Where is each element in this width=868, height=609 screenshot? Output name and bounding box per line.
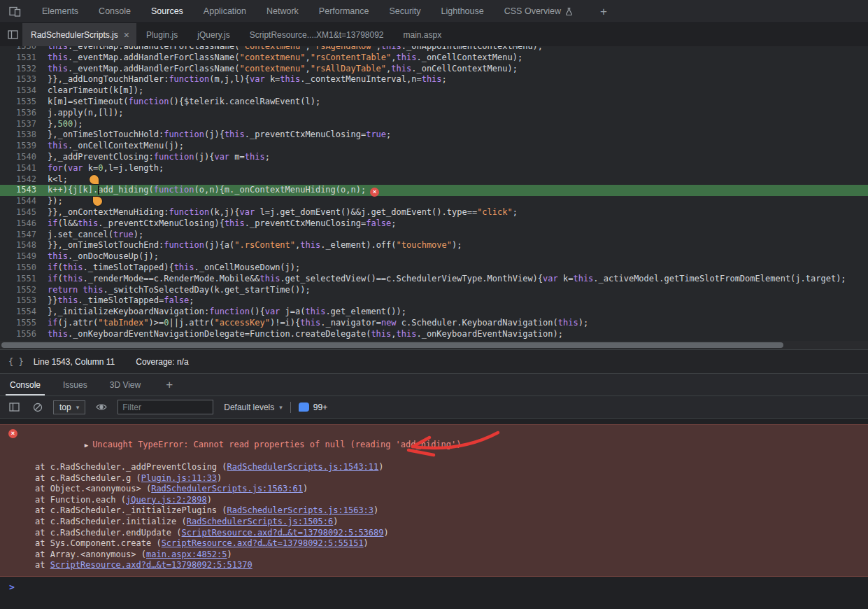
code-line-1551[interactable]: 1551if(this._renderMode==c.RenderMode.Mo… [0, 274, 868, 285]
toggle-device-toolbar-icon[interactable] [4, 2, 25, 20]
line-number[interactable]: 1549 [0, 251, 36, 262]
source-link[interactable]: jQuery.js:2:2898 [126, 495, 207, 505]
code-line-1539[interactable]: 1539this._onCellContextMenu(j); [0, 141, 868, 152]
horizontal-scrollbar[interactable] [0, 341, 868, 349]
context-selector[interactable]: top ▾ [53, 400, 85, 414]
line-number[interactable]: 1534 [0, 85, 36, 97]
line-number[interactable]: 1554 [0, 307, 36, 318]
code-line-1533[interactable]: 1533}},_addLongTouchHandler:function(m,j… [0, 74, 868, 85]
code-line-1544[interactable]: 1544}); [0, 196, 868, 207]
log-levels-dropdown[interactable]: Default levels ▾ [224, 402, 283, 412]
code-line-1556[interactable]: 1556this._onKeyboardEventNavigationDeleg… [0, 329, 868, 340]
drawer-tab-3d-view[interactable]: 3D View [101, 374, 149, 396]
line-number[interactable]: 1555 [0, 318, 36, 329]
line-number[interactable]: 1543 [0, 185, 36, 196]
line-number[interactable]: 1552 [0, 285, 36, 296]
line-number[interactable]: 1546 [0, 218, 36, 230]
drawer-tab-issues[interactable]: Issues [55, 374, 96, 396]
drawer-tab-console[interactable]: Console [1, 374, 49, 396]
file-tab-plugin-js[interactable]: Plugin.js [136, 23, 187, 46]
source-link[interactable]: Plugin.js:11:33 [141, 473, 217, 483]
line-number[interactable]: 1532 [0, 64, 36, 75]
source-link[interactable]: ScriptResource.axd?d…&t=13798092:5:51370 [50, 560, 252, 570]
line-number[interactable]: 1541 [0, 163, 36, 174]
code-line-1541[interactable]: 1541for(var k=0,l=j.length; [0, 163, 868, 174]
issues-counter[interactable]: 99+ [299, 402, 327, 412]
expand-triangle-icon[interactable]: ▶ [85, 440, 88, 451]
file-tab-jquery-js[interactable]: jQuery.js [187, 23, 239, 46]
line-number[interactable]: 1553 [0, 295, 36, 307]
code-line-1548[interactable]: 1548}},_onTimeSlotTouchEnd:function(j){a… [0, 240, 868, 251]
line-number[interactable]: 1556 [0, 329, 36, 340]
code-line-1553[interactable]: 1553}}this._timeSlotTapped=false; [0, 295, 868, 307]
line-number[interactable]: 1533 [0, 74, 36, 85]
tab-performance[interactable]: Performance [312, 0, 376, 22]
line-number[interactable]: 1531 [0, 52, 36, 64]
line-number[interactable]: 1536 [0, 108, 36, 119]
source-link[interactable]: RadSchedulerScripts.js:1543:11 [227, 462, 379, 472]
code-line-1531[interactable]: 1531this._eventMap.addHandlerForClassNam… [0, 52, 868, 64]
code-line-1543[interactable]: 1543k++){j[k].add_hiding(function(o,n){m… [0, 185, 868, 196]
code-line-1537[interactable]: 1537},500); [0, 119, 868, 130]
code-line-1547[interactable]: 1547j.set_cancel(true); [0, 230, 868, 241]
line-number[interactable]: 1540 [0, 152, 36, 163]
toggle-navigator-icon[interactable] [3, 26, 22, 44]
source-link[interactable]: RadSchedulerScripts.js:1505:6 [187, 517, 334, 526]
code-line-1542[interactable]: 1542k<l; [0, 174, 868, 186]
line-number[interactable]: 1530 [0, 46, 36, 52]
line-number[interactable]: 1545 [0, 207, 36, 218]
code-editor[interactable]: 1530this._eventMap.addHandlerForClassNam… [0, 46, 868, 341]
console-prompt-chevron[interactable]: > [0, 577, 868, 592]
line-number[interactable]: 1538 [0, 130, 36, 141]
line-number[interactable]: 1537 [0, 119, 36, 130]
file-tab-radschedulerscripts-js[interactable]: RadSchedulerScripts.js× [22, 23, 136, 46]
line-number[interactable]: 1544 [0, 196, 36, 207]
source-link[interactable]: RadSchedulerScripts.js:1563:61 [151, 484, 303, 493]
code-line-1545[interactable]: 1545}},_onContextMenuHiding:function(k,j… [0, 207, 868, 218]
tab-elements[interactable]: Elements [35, 0, 85, 22]
add-drawer-tab-icon[interactable]: + [160, 379, 178, 391]
code-line-1530[interactable]: 1530this._eventMap.addHandlerForClassNam… [0, 46, 868, 52]
tab-lighthouse[interactable]: Lighthouse [434, 0, 491, 22]
code-line-1538[interactable]: 1538},_onTimeSlotTouchHold:function(j){t… [0, 130, 868, 141]
clear-console-icon[interactable] [30, 398, 45, 416]
code-line-1552[interactable]: 1552return this._switchToSelectedDay(k.g… [0, 285, 868, 296]
tab-application[interactable]: Application [197, 0, 253, 22]
close-tab-icon[interactable]: × [124, 30, 129, 40]
tab-security[interactable]: Security [382, 0, 427, 22]
source-link[interactable]: ScriptResource.axd?d…&t=13798092:5:53689 [182, 528, 384, 538]
pretty-print-button[interactable]: { } [8, 357, 24, 367]
file-tab-scriptresource-xm1-t-13798092[interactable]: ScriptResource....XM1&t=13798092 [240, 23, 394, 46]
line-number[interactable]: 1550 [0, 262, 36, 274]
source-link[interactable]: RadSchedulerScripts.js:1563:3 [227, 505, 374, 515]
filter-input[interactable] [118, 400, 213, 414]
tab-network[interactable]: Network [259, 0, 306, 22]
code-line-1540[interactable]: 1540},_addPreventClosing:function(j){var… [0, 152, 868, 163]
line-number[interactable]: 1535 [0, 97, 36, 108]
code-line-1549[interactable]: 1549this._onDocMouseUp(j); [0, 251, 868, 262]
tab-sources[interactable]: Sources [144, 0, 190, 22]
file-tab-main-aspx[interactable]: main.aspx [394, 23, 452, 46]
tab-console[interactable]: Console [92, 0, 138, 22]
line-number[interactable]: 1539 [0, 141, 36, 152]
console-sidebar-icon[interactable] [6, 398, 22, 416]
tab-css-overview[interactable]: CSS Overview [497, 0, 580, 22]
line-number[interactable]: 1542 [0, 174, 36, 186]
code-line-1535[interactable]: 1535k[m]=setTimeout(function(){$telerik.… [0, 97, 868, 108]
scrollbar-thumb[interactable] [1, 342, 783, 348]
code-line-1536[interactable]: 1536j.apply(n,[l]); [0, 108, 868, 119]
source-link[interactable]: main.aspx:4852:5 [146, 550, 227, 559]
line-number[interactable]: 1547 [0, 230, 36, 241]
code-line-1534[interactable]: 1534clearTimeout(k[m]); [0, 85, 868, 97]
error-badge-icon[interactable]: × [370, 188, 379, 197]
live-expression-eye-icon[interactable] [93, 398, 110, 416]
code-line-1555[interactable]: 1555if(j.attr("tabIndex")>=0||j.attr("ac… [0, 318, 868, 329]
line-number[interactable]: 1548 [0, 240, 36, 251]
code-line-1532[interactable]: 1532this._eventMap.addHandlerForClassNam… [0, 64, 868, 75]
selection-handle-upper[interactable] [90, 175, 99, 184]
source-link[interactable]: ScriptResource.axd?d…&t=13798092:5:55151 [162, 538, 364, 548]
code-line-1546[interactable]: 1546if(l&&this._preventCtxMenuClosing){t… [0, 218, 868, 230]
line-number[interactable]: 1551 [0, 274, 36, 285]
code-line-1550[interactable]: 1550if(this._timeSlotTapped){this._onCel… [0, 262, 868, 274]
add-panel-icon[interactable]: + [595, 6, 613, 18]
